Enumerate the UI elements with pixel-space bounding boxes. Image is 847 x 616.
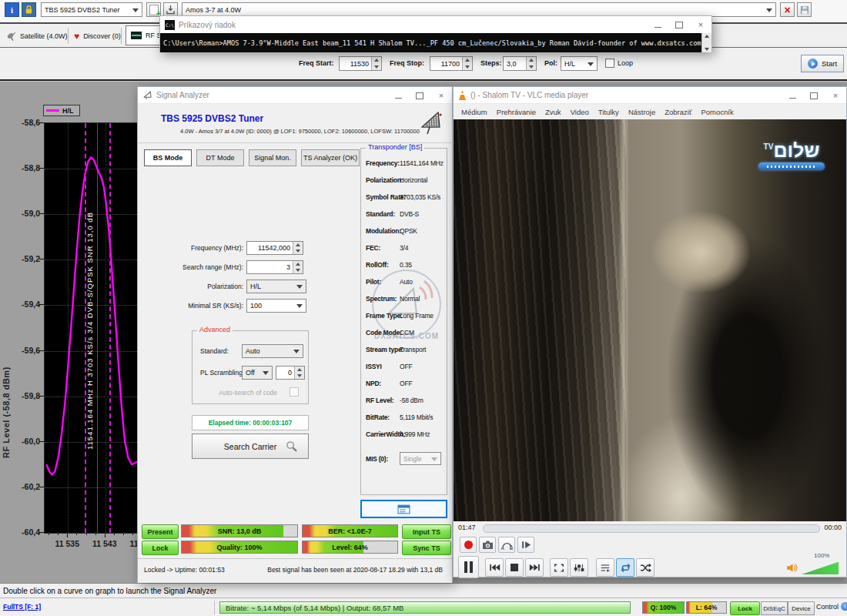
pol-select[interactable]: H/L — [561, 56, 598, 71]
vlc-shuffle-button[interactable] — [636, 558, 654, 577]
pl-code-spinner[interactable] — [294, 367, 304, 379]
vlc-menu-zobrazi[interactable]: Zobraziť — [660, 108, 696, 116]
vlc-minimize-button[interactable] — [782, 87, 803, 104]
tuner-select-value: TBS 5925 DVBS2 Tuner — [45, 6, 120, 14]
polarization-select[interactable]: H/L — [246, 280, 306, 293]
transponder-rows: Frequency:11541,164 MHzPolarization:Hori… — [361, 159, 447, 447]
analyzer-titlebar[interactable]: Signal Analyzer × — [138, 87, 452, 104]
vlc-ab-loop-button[interactable]: AB — [498, 537, 515, 553]
cmd-minimize-button[interactable] — [647, 16, 668, 33]
vlc-playlist-button[interactable] — [596, 558, 614, 577]
auto-search-checkbox[interactable] — [290, 387, 299, 397]
signal-analyzer-window[interactable]: Signal Analyzer × TBS 5925 DVBS2 Tuner 4… — [137, 86, 453, 583]
vlc-menu-pomocn-k[interactable]: Pomocník — [697, 108, 738, 116]
transponder-row: NPD:OFF — [361, 380, 447, 397]
steps-input[interactable]: 3,0 — [503, 56, 537, 71]
vlc-frame-step-button[interactable] — [517, 537, 534, 553]
vlc-fullscreen-button[interactable] — [550, 558, 568, 577]
analyzer-maximize-button[interactable] — [409, 87, 430, 104]
tab-discover[interactable]: ♥ Discover (0) — [74, 28, 121, 44]
vlc-menu-zvuk[interactable]: Zvuk — [541, 108, 566, 116]
freq-stop-input[interactable]: 11700 — [430, 56, 473, 71]
loop-checkbox[interactable] — [605, 59, 614, 68]
control-menu[interactable]: Control i — [816, 602, 847, 611]
vlc-window[interactable]: () - Shalom TV - VLC media player × Médi… — [453, 86, 847, 578]
tab-satellite[interactable]: Satellite (4.0W) — [6, 28, 68, 44]
steps-value: 3,0 — [507, 60, 517, 68]
vlc-menu-m-dium[interactable]: Médium — [457, 108, 492, 116]
minimal-sr-select[interactable]: 100 — [246, 299, 306, 313]
pl-code-input[interactable]: 0 — [276, 366, 305, 380]
transponder-row: ISSYIOFF — [361, 363, 447, 380]
freq-stop-spinner[interactable] — [462, 57, 472, 70]
transponder-row-label: Polarization: — [366, 176, 403, 184]
vlc-close-button[interactable]: × — [825, 87, 846, 104]
vlc-time-elapsed: 01:47 — [458, 524, 476, 531]
cmd-maximize-button[interactable] — [668, 16, 690, 33]
analyzer-tab-dt-mode[interactable]: DT Mode — [196, 149, 244, 166]
cmd-titlebar[interactable]: C:\ Príkazový riadok × — [160, 16, 711, 33]
vlc-pause-button[interactable] — [458, 556, 479, 578]
freq-start-input[interactable]: 11530 — [339, 56, 382, 71]
analyzer-tab-ts-analyzer-ok[interactable]: TS Analyzer (OK) — [301, 149, 360, 166]
status-bar: FullTS [F: 1] Bitrate: ~ 5,14 Mbps (of 5… — [0, 598, 847, 616]
cmd-window[interactable]: C:\ Príkazový riadok × C:\Users\Roman>AM… — [159, 15, 712, 52]
transponder-row: Polarization:Horizontal — [361, 176, 447, 193]
vlc-equalizer-button[interactable] — [570, 558, 588, 577]
fullts-link[interactable]: FullTS [F: 1] — [3, 603, 41, 611]
search-range-input[interactable]: 3 — [246, 260, 303, 274]
start-button[interactable]: Start — [801, 55, 844, 72]
next-icon — [529, 563, 541, 572]
search-range-spinner[interactable] — [293, 261, 303, 273]
vlc-menu-prehr-vanie[interactable]: Prehrávanie — [492, 108, 541, 116]
hint-text: Double click on a curve on graph to laun… — [3, 587, 216, 595]
transponder-row-value: 11541,164 MHz — [400, 159, 444, 167]
vlc-snapshot-button[interactable] — [479, 537, 496, 553]
transponder-group: Transponder [BS] Frequency:11541,164 MHz… — [360, 148, 447, 495]
device-button[interactable]: Device — [788, 601, 815, 615]
analyzer-tab-signal-mon[interactable]: Signal Mon. — [249, 149, 296, 166]
info-button[interactable]: i — [5, 2, 19, 17]
vlc-menu-titulky[interactable]: Titulky — [594, 108, 624, 116]
steps-spinner[interactable] — [526, 57, 536, 70]
cmd-scrollbar[interactable] — [701, 33, 711, 52]
analyzer-minimize-button[interactable] — [387, 87, 409, 104]
vlc-volume-slider[interactable] — [802, 561, 840, 574]
vlc-menu-video[interactable]: Video — [566, 108, 594, 116]
vlc-maximize-button[interactable] — [803, 87, 825, 104]
close-device-button[interactable]: × — [780, 2, 795, 17]
speaker-icon[interactable] — [786, 563, 798, 573]
analyzer-close-button[interactable]: × — [430, 87, 452, 104]
vlc-record-button[interactable] — [460, 537, 477, 553]
quality-meter-analyzer-text: Quality: 100% — [182, 541, 297, 553]
vlc-menu-n-stroje[interactable]: Nástroje — [624, 108, 660, 116]
vlc-previous-button[interactable] — [485, 558, 504, 577]
channel-logo-text: שלום — [773, 141, 819, 160]
analyzer-tab-bs-mode[interactable]: BS Mode — [144, 149, 192, 166]
frequency-spinner[interactable] — [293, 242, 303, 254]
transponder-row-label: Standard: — [366, 210, 395, 218]
transponder-row-label: Spectrum: — [366, 295, 397, 303]
diseqc-button[interactable]: DiSEqC — [761, 601, 788, 615]
vlc-stop-button[interactable] — [505, 558, 524, 577]
input-ts-indicator: Input TS — [402, 524, 451, 539]
search-carrier-button[interactable]: Search Carrier — [192, 434, 309, 459]
transponder-row: Modulation:QPSK — [361, 227, 447, 244]
cmd-content[interactable]: C:\Users\Roman>AMOS 7-3.9°W-Middle East … — [160, 33, 711, 52]
vlc-seek-bar[interactable] — [483, 524, 820, 533]
save-button[interactable] — [797, 2, 812, 17]
ts-list-button[interactable] — [360, 500, 447, 518]
freq-start-spinner[interactable] — [371, 57, 381, 70]
standard-select[interactable]: Auto — [242, 344, 303, 358]
tree-trunk-texture — [454, 119, 626, 521]
vlc-next-button[interactable] — [525, 558, 544, 577]
pl-scrambling-select[interactable]: Off — [242, 366, 273, 380]
cmd-close-button[interactable]: × — [690, 16, 711, 33]
frequency-input[interactable]: 11542,000 — [246, 241, 303, 255]
vlc-loop-button[interactable] — [616, 558, 634, 577]
lock-button[interactable] — [22, 2, 36, 17]
pl-scrambling-label: PL Scrambling: — [200, 369, 244, 377]
tuner-select[interactable]: TBS 5925 DVBS2 Tuner — [41, 2, 142, 17]
vlc-titlebar[interactable]: () - Shalom TV - VLC media player × — [454, 87, 846, 104]
vlc-video-area[interactable]: TV שלום — [454, 119, 846, 521]
